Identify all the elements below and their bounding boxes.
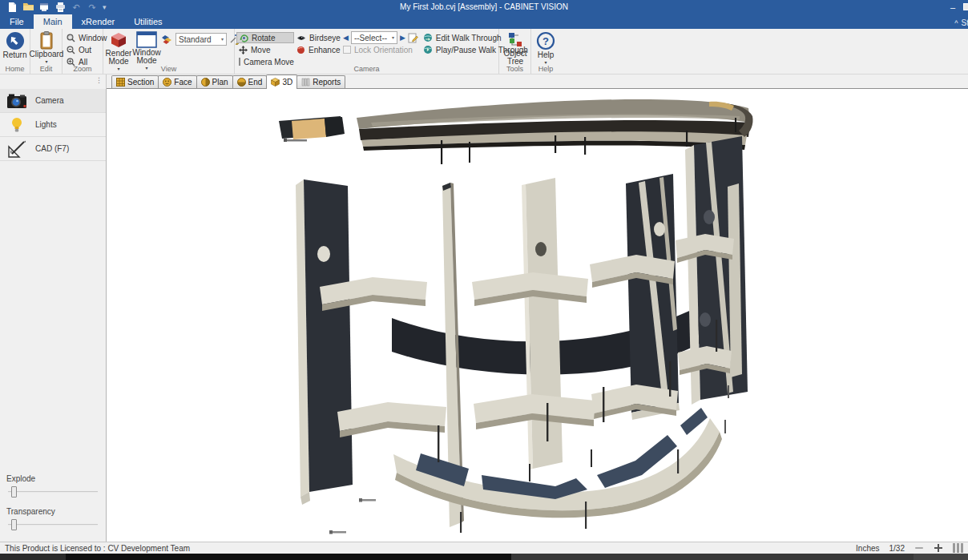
explode-label: Explode <box>6 474 99 483</box>
sidebar-item-lights-label: Lights <box>35 120 57 129</box>
sidebar-item-camera[interactable]: Camera <box>0 89 106 113</box>
transparency-slider-block: Transparency <box>0 504 106 542</box>
save-icon[interactable] <box>38 2 50 12</box>
group-label-help: Help <box>531 65 560 74</box>
svg-text:?: ? <box>542 35 549 47</box>
view-tab-reports-label: Reports <box>313 78 341 87</box>
sidebar-header: ⋮ <box>0 75 107 89</box>
taskbar-segment <box>66 554 511 560</box>
plan-icon <box>201 78 210 87</box>
return-button-label: Return <box>2 51 26 59</box>
sidebar-item-camera-label: Camera <box>35 96 64 105</box>
viewport-tab-strip: Section Face Plan End <box>107 75 968 89</box>
camera-icon <box>6 93 27 109</box>
lightbulb-icon <box>6 117 27 133</box>
lock-orientation-checkbox <box>343 46 351 54</box>
move-label: Move <box>251 46 270 54</box>
camera-select-dropdown[interactable]: --Select-- ▾ <box>351 31 397 44</box>
window-control-partial-icon[interactable] <box>963 3 968 10</box>
new-document-icon[interactable] <box>6 2 18 12</box>
edit-walkthrough-label: Edit Walk Through <box>436 34 502 42</box>
camera-prev-arrow[interactable]: ◀ <box>343 34 349 42</box>
walkthrough-globe-icon <box>423 33 433 42</box>
lock-orientation-label: Lock Orientation <box>354 46 413 54</box>
view-tab-plan-label: Plan <box>212 78 228 87</box>
countertop <box>279 99 753 164</box>
splitter-handle-icon[interactable]: ⋮ <box>95 76 103 84</box>
birdseye-button[interactable]: Birdseye <box>294 32 341 43</box>
view-tab-3d-label: 3D <box>282 78 292 87</box>
set-square-icon <box>6 140 27 158</box>
open-folder-icon[interactable] <box>22 2 34 12</box>
reports-icon <box>301 78 310 87</box>
view-style-caret-icon: ▾ <box>221 37 224 42</box>
rotate-button[interactable]: Rotate <box>236 32 294 43</box>
view-tab-section[interactable]: Section <box>111 75 159 88</box>
group-label-home: Home <box>0 65 30 74</box>
camera-next-arrow[interactable]: ▶ <box>400 34 405 42</box>
view-tab-end-label: End <box>248 78 263 87</box>
view-tab-end[interactable]: End <box>232 75 268 88</box>
window-title: My First Job.cvj [Assembly] - CABINET VI… <box>0 2 968 11</box>
view-tab-face[interactable]: Face <box>158 75 196 88</box>
rotate-label: Rotate <box>252 34 275 42</box>
view-tab-section-label: Section <box>127 78 154 87</box>
ribbon-group-camera: Rotate Move Camera Move <box>235 29 499 74</box>
view-style-dropdown[interactable]: Standard ▾ <box>175 33 227 46</box>
taskbar-segment <box>0 554 66 560</box>
birdseye-eye-icon <box>296 34 306 42</box>
transparency-slider-track[interactable] <box>8 524 98 526</box>
move-button[interactable]: Move <box>236 44 294 55</box>
enhance-button[interactable]: Enhance <box>294 44 341 55</box>
explode-slider-track[interactable] <box>8 491 98 493</box>
view-tab-face-label: Face <box>174 78 192 87</box>
titlebar: ↶ ↷ ▾ My First Job.cvj [Assembly] - CABI… <box>0 0 968 14</box>
enhance-icon <box>296 46 305 54</box>
play-walkthrough-globe-icon <box>423 45 433 54</box>
help-button[interactable]: ? Help ▾ <box>533 30 559 65</box>
sidebar-item-cad[interactable]: CAD (F7) <box>0 137 106 161</box>
zoom-out-status-icon[interactable] <box>914 543 924 553</box>
sidebar-item-cad-label: CAD (F7) <box>35 144 69 153</box>
tab-file[interactable]: File <box>0 14 34 29</box>
face-icon <box>163 78 171 87</box>
redo-icon[interactable]: ↷ <box>87 2 98 12</box>
window-mode-icon <box>136 31 157 48</box>
view-tab-plan[interactable]: Plan <box>196 75 233 88</box>
grid-status-icon[interactable] <box>953 543 963 553</box>
sidebar-item-lights[interactable]: Lights <box>0 113 106 137</box>
transparency-label: Transparency <box>6 507 99 516</box>
cube-3d-icon <box>271 78 280 87</box>
edit-camera-icon[interactable] <box>408 33 418 43</box>
tab-utilities[interactable]: Utilities <box>124 14 171 29</box>
explode-slider-thumb[interactable] <box>11 486 17 498</box>
view-tab-reports[interactable]: Reports <box>296 75 345 88</box>
transparency-slider[interactable] <box>6 519 99 530</box>
birdseye-label: Birdseye <box>309 34 341 42</box>
object-tree-button[interactable]: Object Tree <box>501 30 530 66</box>
application-window: ↶ ↷ ▾ My First Job.cvj [Assembly] - CABI… <box>0 0 968 560</box>
3d-viewport[interactable] <box>107 89 968 542</box>
print-icon[interactable] <box>54 2 66 12</box>
tab-main[interactable]: Main <box>34 14 72 29</box>
minimize-button[interactable]: – <box>942 2 963 12</box>
ribbon-group-zoom: Window Out All Zoom <box>63 29 103 74</box>
quick-access-more-icon[interactable]: ▾ <box>103 3 107 11</box>
taskbar-strip[interactable] <box>0 554 968 560</box>
quick-access-toolbar: ↶ ↷ ▾ <box>0 2 107 12</box>
undo-icon[interactable]: ↶ <box>71 2 82 12</box>
explode-slider[interactable] <box>6 486 99 498</box>
zoom-in-status-icon[interactable] <box>934 543 943 553</box>
view-tab-3d[interactable]: 3D <box>266 75 297 89</box>
ribbon-collapse-control[interactable]: ^Sty <box>954 18 968 27</box>
ribbon-group-edit: Clipboard ▾ Edit <box>30 29 63 74</box>
end-icon <box>237 78 246 87</box>
tab-xrender[interactable]: xRender <box>72 14 125 29</box>
rotate-icon <box>240 34 248 42</box>
return-arrow-icon <box>6 31 25 50</box>
camera-select-value: --Select-- <box>354 34 387 42</box>
return-button[interactable]: Return <box>2 30 28 59</box>
clipboard-button[interactable]: Clipboard ▾ <box>32 30 61 64</box>
zoom-out-label: Out <box>79 46 91 54</box>
transparency-slider-thumb[interactable] <box>11 519 17 530</box>
